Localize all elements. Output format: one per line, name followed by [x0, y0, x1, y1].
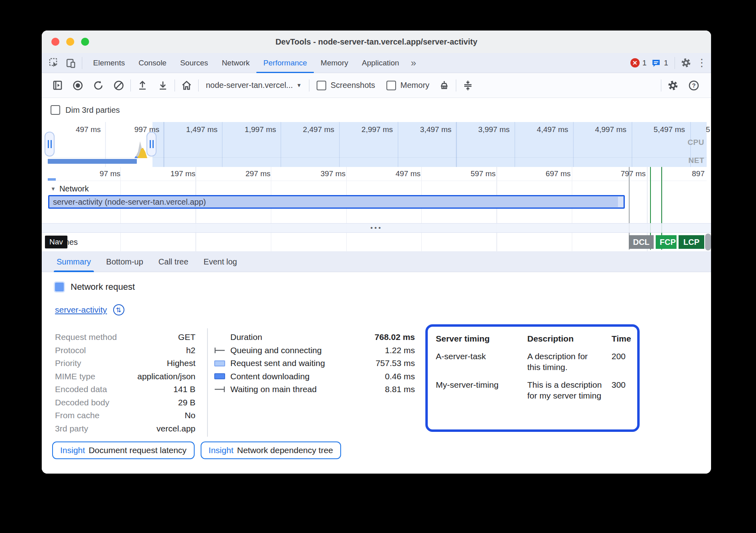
screenshots-toggle[interactable]: Screenshots: [317, 81, 375, 90]
network-track-header[interactable]: ▼ Network: [42, 182, 89, 195]
server-timing-card: Server timing Description Time A-server-…: [425, 324, 640, 432]
vertical-scrollbar-thumb[interactable]: [705, 234, 711, 250]
reload-record-icon[interactable]: [91, 78, 106, 93]
detail-value: 29 B: [178, 398, 195, 407]
overview-tick-label: 1,997 ms: [245, 125, 276, 134]
device-toolbar-icon[interactable]: [64, 56, 78, 70]
record-icon[interactable]: [70, 78, 85, 93]
overview-right-handle[interactable]: [146, 132, 156, 157]
request-link[interactable]: server-activity: [55, 305, 107, 315]
kebab-menu-icon[interactable]: ⋮: [693, 57, 711, 69]
detail-row: Priority Highest: [55, 357, 195, 370]
dim-3rd-parties-label: Dim 3rd parties: [65, 106, 120, 115]
dim-3rd-parties-row: Dim 3rd parties: [42, 98, 711, 122]
settings-gear-icon[interactable]: [679, 56, 693, 70]
reveal-in-network-icon[interactable]: ⇅: [113, 304, 124, 315]
timing-row: Duration 768.02 ms: [214, 331, 415, 344]
help-icon[interactable]: ?: [686, 78, 701, 93]
server-timing-time: 200: [612, 351, 631, 372]
timeline-tick-label: 797 ms: [621, 169, 646, 178]
toggle-sidebar-icon[interactable]: [50, 78, 65, 93]
overview-tick-label: 2,497 ms: [303, 125, 334, 134]
selected-network-request-bar[interactable]: server-activity (node-server-tan.vercel.…: [48, 195, 625, 209]
server-timing-name: My-server-timing: [436, 379, 518, 401]
overview-tick-label: 3,997 ms: [478, 125, 510, 134]
collapse-caret-icon[interactable]: ▼: [51, 186, 56, 192]
timing-row: Request sent and waiting 757.53 ms: [214, 357, 415, 370]
error-badge[interactable]: ✕ 1: [630, 58, 647, 67]
details-divider: [207, 328, 208, 437]
tab-performance[interactable]: Performance: [256, 53, 314, 73]
memory-toggle[interactable]: Memory: [386, 81, 429, 90]
tab-memory[interactable]: Memory: [314, 53, 355, 73]
tab-network[interactable]: Network: [215, 53, 257, 73]
net-lane-label: NET: [689, 156, 705, 165]
tab-bottom-up[interactable]: Bottom-up: [99, 251, 151, 272]
overview-track[interactable]: 497 ms 997 ms 1,497 ms 1,997 ms 2,497 ms…: [48, 122, 707, 167]
tab-summary[interactable]: Summary: [49, 251, 99, 272]
overview-tick-label: 5,497 ms: [654, 125, 685, 134]
timeline-tick-label: 497 ms: [396, 169, 421, 178]
tab-application[interactable]: Application: [355, 53, 406, 73]
collapsed-tracks-row[interactable]: •••: [42, 223, 711, 233]
divider: [456, 79, 456, 92]
panel-settings-gear-icon[interactable]: [665, 78, 681, 93]
insight-document-request-latency-chip[interactable]: Insight Document request latency: [52, 441, 195, 459]
detail-row: Decoded body 29 B: [55, 396, 195, 409]
tab-call-tree[interactable]: Call tree: [151, 251, 196, 272]
detail-label: Request method: [55, 332, 117, 342]
time-header: Time: [612, 333, 631, 344]
divider: [82, 57, 82, 69]
screenshots-checkbox[interactable]: [317, 81, 326, 90]
more-tabs-icon[interactable]: »: [406, 57, 421, 69]
home-icon[interactable]: [179, 78, 194, 93]
detail-label: Protocol: [55, 346, 86, 355]
detail-value: h2: [186, 346, 195, 355]
insight-prefix: Insight: [60, 446, 85, 455]
network-activity-bar: [48, 159, 137, 164]
right-whisker-icon: [214, 386, 230, 393]
tab-sources[interactable]: Sources: [173, 53, 215, 73]
detail-row: Request method GET: [55, 331, 195, 344]
divider: [130, 79, 131, 92]
server-timing-description: This is a description for my server timi…: [527, 379, 603, 401]
detail-row: 3rd party vercel.app: [55, 422, 195, 435]
timing-value: 757.53 ms: [376, 358, 415, 368]
dropdown-caret-icon: ▼: [297, 82, 302, 88]
overview-left-handle[interactable]: [45, 132, 55, 157]
left-whisker-icon: [214, 347, 230, 354]
insight-prefix: Insight: [209, 446, 234, 455]
dim-3rd-parties-checkbox[interactable]: [51, 105, 60, 115]
inspect-element-icon[interactable]: [47, 56, 61, 70]
clear-icon[interactable]: [111, 78, 126, 93]
cpu-lane-label: CPU: [687, 138, 704, 147]
overview-tick-label: 1,497 ms: [186, 125, 217, 134]
active-tab-underline: [54, 271, 94, 272]
timeline-overview: 497 ms 997 ms 1,497 ms 1,997 ms 2,497 ms…: [42, 122, 711, 167]
server-timing-description: A description for this timing.: [527, 351, 603, 372]
download-profile-icon[interactable]: [155, 78, 171, 93]
divider: [661, 79, 661, 92]
tab-console[interactable]: Console: [132, 53, 173, 73]
timeline-tracks: 97 ms 197 ms 297 ms 397 ms 497 ms 597 ms…: [42, 167, 711, 252]
main-tabbar: Elements Console Sources Network Perform…: [42, 53, 711, 73]
memory-checkbox[interactable]: [386, 81, 396, 90]
timing-row: Content downloading 0.46 ms: [214, 370, 415, 383]
detail-value: Highest: [167, 358, 195, 368]
network-request-swatch-icon: [55, 283, 64, 291]
collapse-tracks-icon[interactable]: [460, 78, 476, 93]
upload-profile-icon[interactable]: [135, 78, 150, 93]
titlebar: DevTools - node-server-tan.vercel.app/se…: [42, 31, 711, 53]
detail-label: From cache: [55, 411, 100, 420]
garbage-collect-icon[interactable]: [437, 78, 452, 93]
issues-count: 1: [664, 59, 668, 67]
insight-network-dependency-tree-chip[interactable]: Insight Network dependency tree: [201, 441, 341, 459]
tab-elements[interactable]: Elements: [86, 53, 132, 73]
tab-event-log[interactable]: Event log: [196, 251, 244, 272]
timeline-tick-label: 197 ms: [171, 169, 195, 178]
detail-label: 3rd party: [55, 424, 88, 433]
issues-badge[interactable]: 1: [651, 58, 668, 68]
divider: [198, 79, 199, 92]
history-dropdown[interactable]: node-server-tan.vercel... ▼: [203, 81, 305, 90]
insight-chips: Insight Document request latency Insight…: [52, 441, 341, 459]
